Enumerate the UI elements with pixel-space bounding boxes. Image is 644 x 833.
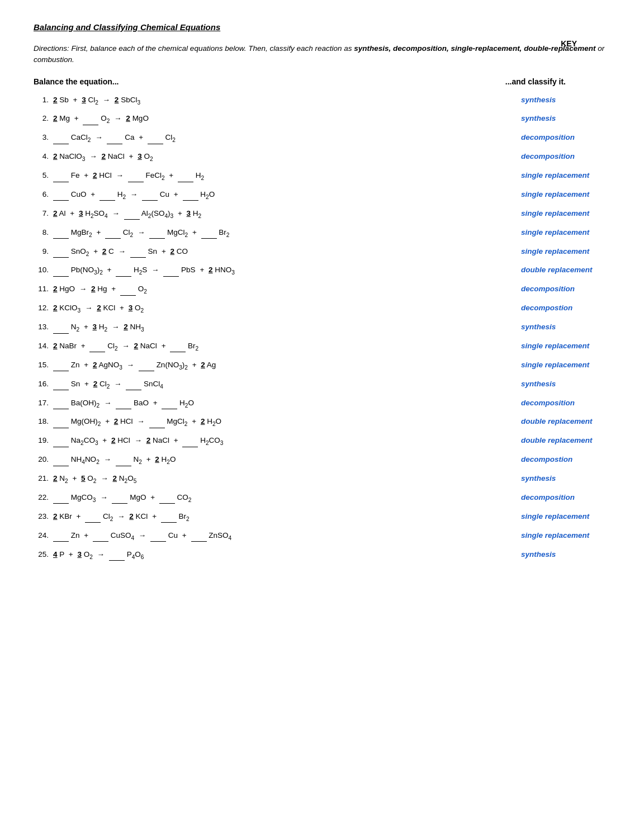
equation-content: Ba(OH)2 → BaO + H2O bbox=[53, 397, 499, 410]
equation-content: Fe + 2 HCl → FeCl2 + H2 bbox=[53, 169, 499, 183]
reaction-type: single replacement bbox=[499, 340, 610, 352]
directions: Directions: First, balance each of the c… bbox=[34, 43, 610, 66]
reaction-type: single replacement bbox=[499, 207, 610, 220]
equation-content: 2 HgO → 2 Hg + O2 bbox=[53, 283, 499, 296]
reaction-type: double replacement bbox=[499, 415, 610, 428]
reaction-type: single replacement bbox=[499, 226, 610, 239]
table-row: 10. Pb(NO3)2 + H2S → PbS + 2 HNO3double … bbox=[34, 264, 610, 277]
equation-content: MgBr2 + Cl2 → MgCl2 + Br2 bbox=[53, 226, 499, 240]
table-row: 16. Sn + 2 Cl2 → SnCl4synthesis bbox=[34, 378, 610, 391]
equation-content: 2 KBr + Cl2 → 2 KCl + Br2 bbox=[53, 510, 499, 524]
equation-content: NH4NO2 → N2 + 2 H2O bbox=[53, 453, 499, 467]
column-headers: Balance the equation... ...and classify … bbox=[34, 77, 610, 86]
reaction-type: synthesis bbox=[499, 321, 610, 333]
table-row: 7.2 Al + 3 H2SO4 → Al2(SO4)3 + 3 H2singl… bbox=[34, 207, 610, 221]
reaction-type: synthesis bbox=[499, 548, 610, 561]
table-row: 13. N2 + 3 H2 → 2 NH3synthesis bbox=[34, 321, 610, 334]
reaction-type: single replacement bbox=[499, 188, 610, 201]
equation-list: 1.2 Sb + 3 Cl2 → 2 SbCl3synthesis2.2 Mg … bbox=[34, 94, 610, 562]
equation-content: 2 Al + 3 H2SO4 → Al2(SO4)3 + 3 H2 bbox=[53, 207, 499, 221]
equation-content: 2 Sb + 3 Cl2 → 2 SbCl3 bbox=[53, 94, 499, 107]
table-row: 20. NH4NO2 → N2 + 2 H2Odecompostion bbox=[34, 453, 610, 467]
table-row: 3. CaCl2 → Ca + Cl2decomposition bbox=[34, 131, 610, 145]
header-left: Balance the equation... bbox=[34, 77, 119, 86]
equation-number: 18. bbox=[34, 415, 53, 428]
equation-number: 17. bbox=[34, 397, 53, 409]
reaction-type: double replacement bbox=[499, 434, 610, 447]
table-row: 1.2 Sb + 3 Cl2 → 2 SbCl3synthesis bbox=[34, 94, 610, 107]
reaction-type: synthesis bbox=[499, 378, 610, 390]
equation-content: 4 P + 3 O2 → P4O6 bbox=[53, 548, 499, 562]
equation-number: 11. bbox=[34, 283, 53, 295]
equation-content: CuO + H2 → Cu + H2O bbox=[53, 188, 499, 202]
equation-content: Sn + 2 Cl2 → SnCl4 bbox=[53, 378, 499, 391]
equation-content: Na2CO3 + 2 HCl → 2 NaCl + H2CO3 bbox=[53, 434, 499, 448]
equation-number: 24. bbox=[34, 529, 53, 542]
equation-number: 16. bbox=[34, 378, 53, 390]
equation-number: 8. bbox=[34, 226, 53, 239]
table-row: 24. Zn + CuSO4 → Cu + ZnSO4single replac… bbox=[34, 529, 610, 543]
table-row: 25.4 P + 3 O2 → P4O6synthesis bbox=[34, 548, 610, 562]
table-row: 19. Na2CO3 + 2 HCl → 2 NaCl + H2CO3doubl… bbox=[34, 434, 610, 448]
equation-number: 4. bbox=[34, 150, 53, 163]
equation-content: 2 NaClO3 → 2 NaCl + 3 O2 bbox=[53, 150, 499, 164]
equation-number: 7. bbox=[34, 207, 53, 220]
reaction-type: decomposition bbox=[499, 283, 610, 295]
reaction-type: single replacement bbox=[499, 529, 610, 542]
equation-number: 25. bbox=[34, 548, 53, 561]
equation-number: 3. bbox=[34, 131, 53, 144]
table-row: 12.2 KClO3 → 2 KCl + 3 O2decompostion bbox=[34, 302, 610, 315]
table-row: 4.2 NaClO3 → 2 NaCl + 3 O2decomposition bbox=[34, 150, 610, 164]
equation-number: 6. bbox=[34, 188, 53, 201]
table-row: 22. MgCO3 → MgO + CO2decomposition bbox=[34, 491, 610, 505]
equation-content: N2 + 3 H2 → 2 NH3 bbox=[53, 321, 499, 334]
reaction-type: synthesis bbox=[499, 112, 610, 125]
table-row: 18. Mg(OH)2 + 2 HCl → MgCl2 + 2 H2Odoubl… bbox=[34, 415, 610, 429]
equation-number: 1. bbox=[34, 94, 53, 106]
equation-number: 13. bbox=[34, 321, 53, 333]
equation-number: 22. bbox=[34, 491, 53, 504]
table-row: 21.2 N2 + 5 O2 → 2 N2O5synthesis bbox=[34, 472, 610, 486]
reaction-type: single replacement bbox=[499, 245, 610, 258]
table-row: 14.2 NaBr + Cl2 → 2 NaCl + Br2single rep… bbox=[34, 340, 610, 353]
directions-prefix: Directions: First, balance each of the c… bbox=[34, 44, 354, 53]
equation-number: 10. bbox=[34, 264, 53, 276]
table-row: 9. SnO2 + 2 C → Sn + 2 COsingle replacem… bbox=[34, 245, 610, 259]
equation-number: 14. bbox=[34, 340, 53, 352]
equation-content: SnO2 + 2 C → Sn + 2 CO bbox=[53, 245, 499, 259]
equation-number: 19. bbox=[34, 434, 53, 447]
equation-content: Zn + CuSO4 → Cu + ZnSO4 bbox=[53, 529, 499, 543]
table-row: 2.2 Mg + O2 → 2 MgOsynthesis bbox=[34, 112, 610, 126]
equation-number: 12. bbox=[34, 302, 53, 314]
table-row: 17. Ba(OH)2 → BaO + H2Odecomposition bbox=[34, 397, 610, 410]
reaction-type: decompostion bbox=[499, 302, 610, 314]
table-row: 11.2 HgO → 2 Hg + O2decomposition bbox=[34, 283, 610, 296]
equation-number: 21. bbox=[34, 472, 53, 485]
reaction-type: synthesis bbox=[499, 472, 610, 485]
reaction-type: single replacement bbox=[499, 359, 610, 371]
table-row: 6. CuO + H2 → Cu + H2Osingle replacement bbox=[34, 188, 610, 202]
table-row: 15. Zn + 2 AgNO3 → Zn(NO3)2 + 2 Agsingle… bbox=[34, 359, 610, 372]
table-row: 5. Fe + 2 HCl → FeCl2 + H2single replace… bbox=[34, 169, 610, 183]
reaction-type: double replacement bbox=[499, 264, 610, 276]
equation-number: 5. bbox=[34, 169, 53, 182]
equation-content: 2 N2 + 5 O2 → 2 N2O5 bbox=[53, 472, 499, 486]
reaction-type: synthesis bbox=[499, 94, 610, 106]
equation-number: 20. bbox=[34, 453, 53, 466]
equation-content: MgCO3 → MgO + CO2 bbox=[53, 491, 499, 505]
table-row: 23.2 KBr + Cl2 → 2 KCl + Br2single repla… bbox=[34, 510, 610, 524]
reaction-type: decomposition bbox=[499, 491, 610, 504]
equation-content: 2 KClO3 → 2 KCl + 3 O2 bbox=[53, 302, 499, 315]
reaction-type: decomposition bbox=[499, 131, 610, 144]
header-right: ...and classify it. bbox=[505, 77, 566, 86]
equation-number: 15. bbox=[34, 359, 53, 371]
equation-number: 9. bbox=[34, 245, 53, 258]
directions-bold: synthesis, decomposition, single-replace… bbox=[354, 44, 595, 53]
reaction-type: decomposition bbox=[499, 150, 610, 163]
page-title: Balancing and Classifying Chemical Equat… bbox=[34, 22, 610, 32]
equation-number: 23. bbox=[34, 510, 53, 523]
reaction-type: decompostion bbox=[499, 453, 610, 466]
equation-content: Mg(OH)2 + 2 HCl → MgCl2 + 2 H2O bbox=[53, 415, 499, 429]
reaction-type: single replacement bbox=[499, 510, 610, 523]
reaction-type: single replacement bbox=[499, 169, 610, 182]
